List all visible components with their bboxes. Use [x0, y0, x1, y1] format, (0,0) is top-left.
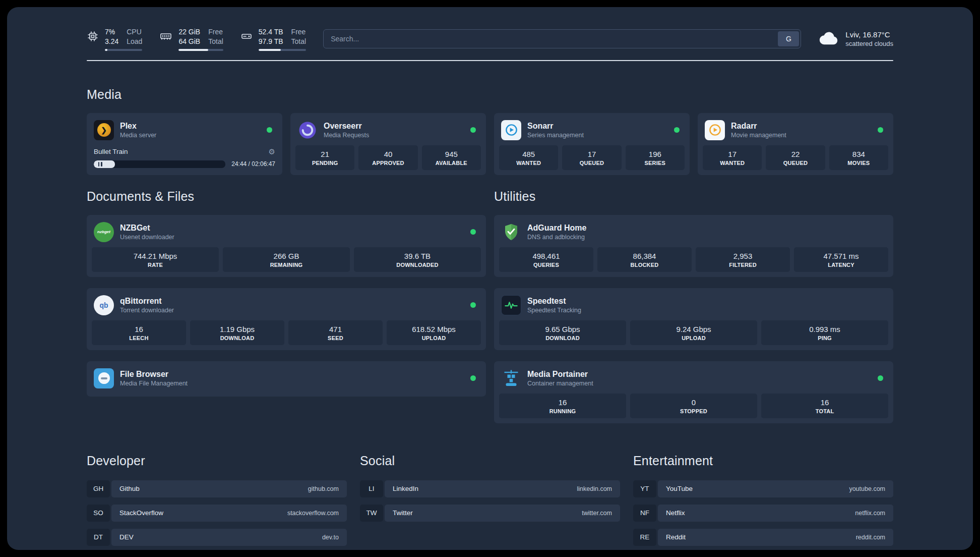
- bookmark-dev[interactable]: DT DEV dev.to: [87, 529, 347, 546]
- status-dot-online: [470, 229, 476, 235]
- filebrowser-header[interactable]: File Browser Media File Management: [92, 365, 481, 392]
- bookmark-twitter[interactable]: TW Twitter twitter.com: [360, 505, 620, 522]
- service-subtitle: Speedtest Tracking: [527, 307, 581, 314]
- portainer-stats: 16 RUNNING 0 STOPPED 16 TOTAL: [499, 394, 888, 418]
- bookmark-group-title: Entertainment: [633, 454, 893, 468]
- adguard-stats: 498,461 QUERIES 86,384 BLOCKED 2,953 FIL…: [499, 247, 888, 272]
- service-name: Overseerr: [324, 122, 369, 131]
- stat-tile: 21 PENDING: [295, 145, 354, 170]
- bookmark-group-title: Social: [360, 454, 620, 468]
- speedtest-meta: Speedtest Speedtest Tracking: [527, 297, 581, 314]
- bookmark-youtube[interactable]: YT YouTube youtube.com: [633, 480, 893, 497]
- bookmark-abbr: TW: [360, 505, 383, 522]
- status-dot-online: [470, 302, 476, 308]
- section-media: Media ❯ Plex Media server Bullet Train: [87, 87, 893, 175]
- bookmark-reddit[interactable]: RE Reddit reddit.com: [633, 529, 893, 546]
- search-provider-button[interactable]: G: [778, 31, 799, 46]
- playback-time: 24:44 / 02:06:47: [231, 160, 275, 168]
- bookmark-url: reddit.com: [856, 534, 885, 541]
- section-title-documents: Documents & Files: [87, 189, 486, 204]
- radarr-stats: 17 WANTED 22 QUEUED 834 MOVIES: [703, 145, 888, 170]
- service-card-sonarr[interactable]: Sonarr Series management 485 WANTED 17 Q…: [494, 113, 690, 175]
- bookmark-url: youtube.com: [849, 485, 885, 492]
- status-dot-online: [470, 127, 476, 133]
- stat-tile: 47.571 ms LATENCY: [794, 247, 888, 272]
- search-bar[interactable]: G: [323, 29, 801, 48]
- memory-total-label: Total: [208, 37, 223, 46]
- stat-tile: 17 QUEUED: [562, 145, 621, 170]
- adguard-meta: AdGuard Home DNS and adblocking: [527, 224, 586, 241]
- stat-tile: 498,461 QUERIES: [499, 247, 593, 272]
- plex-header[interactable]: ❯ Plex Media server: [92, 117, 277, 144]
- service-card-plex[interactable]: ❯ Plex Media server Bullet Train ⚙: [87, 113, 282, 175]
- qbittorrent-icon: qb: [94, 295, 114, 315]
- adguard-header[interactable]: AdGuard Home DNS and adblocking: [499, 219, 888, 246]
- section-documents: Documents & Files nzbget NZBGet Usenet d…: [87, 189, 486, 423]
- nzbget-stats: 744.21 Mbps RATE 266 GB REMAINING 39.6 T…: [92, 247, 481, 272]
- section-title-media: Media: [87, 87, 893, 102]
- nzbget-header[interactable]: nzbget NZBGet Usenet downloader: [92, 219, 481, 246]
- sonarr-header[interactable]: Sonarr Series management: [499, 117, 685, 144]
- portainer-header[interactable]: Media Portainer Container management: [499, 365, 888, 393]
- bookmark-url: netflix.com: [855, 510, 885, 517]
- status-dot-online: [674, 127, 680, 133]
- middle-columns: Documents & Files nzbget NZBGet Usenet d…: [87, 189, 893, 423]
- speedtest-header[interactable]: Speedtest Speedtest Tracking: [499, 292, 888, 319]
- service-card-speedtest[interactable]: Speedtest Speedtest Tracking 9.65 Gbps D…: [494, 288, 893, 350]
- memory-stats: 22 GiB 64 GiB Free Total: [178, 27, 223, 51]
- qbittorrent-header[interactable]: qb qBittorrent Torrent downloader: [92, 292, 481, 319]
- bookmark-linkedin[interactable]: LI LinkedIn linkedin.com: [360, 480, 620, 497]
- ram-icon: [159, 30, 172, 44]
- bookmark-name: LinkedIn: [393, 485, 418, 492]
- sonarr-meta: Sonarr Series management: [527, 122, 584, 139]
- stat-tile: 471 SEED: [288, 320, 383, 345]
- service-name: AdGuard Home: [527, 224, 586, 233]
- service-card-adguard[interactable]: AdGuard Home DNS and adblocking 498,461 …: [494, 215, 893, 277]
- bookmark-abbr: GH: [87, 480, 110, 497]
- stat-tile: 0.993 ms PING: [761, 320, 888, 345]
- pause-icon[interactable]: [97, 162, 103, 166]
- media-grid: ❯ Plex Media server Bullet Train ⚙: [87, 113, 893, 175]
- cpu-widget: 7% 3.24 CPU Load: [87, 27, 142, 51]
- bookmark-group-social: Social LI LinkedIn linkedin.com TW Twitt…: [360, 454, 620, 546]
- bookmark-name: Reddit: [666, 533, 686, 541]
- service-card-nzbget[interactable]: nzbget NZBGet Usenet downloader 744.21 M…: [87, 215, 486, 277]
- gear-icon[interactable]: ⚙: [269, 147, 275, 156]
- bookmark-abbr: SO: [87, 505, 110, 522]
- bookmark-netflix[interactable]: NF Netflix netflix.com: [633, 505, 893, 522]
- service-card-overseerr[interactable]: Overseerr Media Requests 21 PENDING 40 A…: [290, 113, 486, 175]
- memory-total: 64 GiB: [178, 37, 200, 46]
- service-name: NZBGet: [120, 224, 174, 233]
- service-card-qbittorrent[interactable]: qb qBittorrent Torrent downloader 16 LEE…: [87, 288, 486, 350]
- search-input[interactable]: [324, 35, 778, 43]
- service-name: File Browser: [120, 370, 188, 379]
- stat-tile: 16 TOTAL: [761, 394, 888, 418]
- status-dot-online: [878, 375, 883, 381]
- cpu-progress-bar: [105, 49, 142, 51]
- service-subtitle: Movie management: [731, 132, 786, 139]
- disk-total-label: Total: [291, 37, 307, 46]
- now-playing-title: Bullet Train: [94, 148, 128, 155]
- stat-tile: 2,953 FILTERED: [696, 247, 790, 272]
- stat-tile: 834 MOVIES: [829, 145, 888, 170]
- radarr-header[interactable]: Radarr Movie management: [703, 117, 888, 144]
- playback-progress-bar[interactable]: [94, 160, 225, 168]
- stat-tile: 16 LEECH: [92, 320, 186, 345]
- service-name: Plex: [120, 122, 156, 131]
- stat-tile: 86,384 BLOCKED: [597, 247, 692, 272]
- service-subtitle: Torrent downloader: [120, 307, 174, 314]
- service-card-radarr[interactable]: Radarr Movie management 17 WANTED 22 QUE…: [698, 113, 893, 175]
- bookmark-abbr: LI: [360, 480, 383, 497]
- overseerr-header[interactable]: Overseerr Media Requests: [295, 117, 481, 144]
- stat-tile: 196 SERIES: [626, 145, 685, 170]
- disk-progress-bar: [259, 49, 306, 51]
- bookmark-stackoverflow[interactable]: SO StackOverflow stackoverflow.com: [87, 505, 347, 522]
- service-card-filebrowser[interactable]: File Browser Media File Management: [87, 361, 486, 397]
- service-subtitle: DNS and adblocking: [527, 234, 586, 241]
- topbar-divider: [87, 60, 893, 61]
- bookmark-github[interactable]: GH Github github.com: [87, 480, 347, 497]
- cpu-percent: 7%: [105, 27, 118, 37]
- bookmarks-section: Developer GH Github github.com SO StackO…: [87, 454, 893, 546]
- service-card-portainer[interactable]: Media Portainer Container management 16 …: [494, 361, 893, 423]
- disk-free-label: Free: [291, 27, 307, 37]
